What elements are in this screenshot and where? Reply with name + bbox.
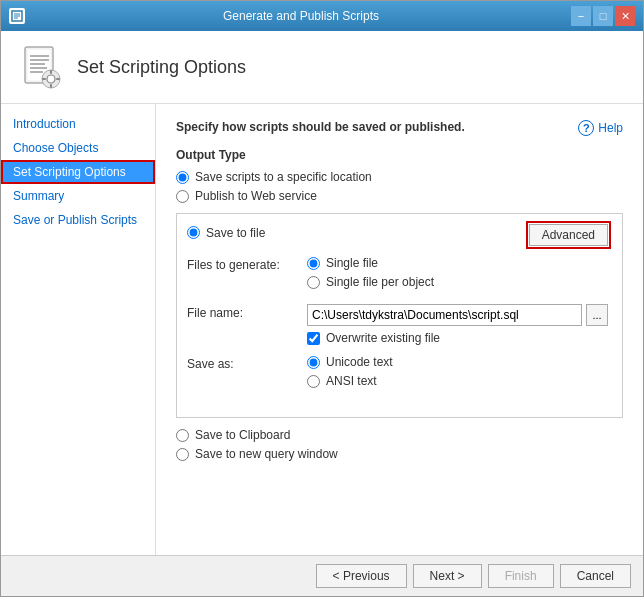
ansi-label[interactable]: ANSI text bbox=[326, 374, 377, 388]
file-input-row: ... bbox=[307, 304, 608, 326]
svg-rect-16 bbox=[56, 78, 60, 80]
title-bar-controls: − □ ✕ bbox=[571, 6, 635, 26]
overwrite-checkbox[interactable] bbox=[307, 332, 320, 345]
dialog-title: Set Scripting Options bbox=[77, 57, 246, 78]
save-to-file-row: Save to file bbox=[187, 226, 265, 240]
single-file-per-object-label[interactable]: Single file per object bbox=[326, 275, 434, 289]
file-name-content: ... Overwrite existing file bbox=[307, 304, 608, 345]
svg-point-12 bbox=[47, 75, 55, 83]
save-to-file-label[interactable]: Save to file bbox=[206, 226, 265, 240]
window-title: Generate and Publish Scripts bbox=[31, 9, 571, 23]
overwrite-row: Overwrite existing file bbox=[307, 331, 608, 345]
save-to-file-header: Save to file Advanced bbox=[187, 224, 608, 246]
unicode-row: Unicode text bbox=[307, 355, 608, 369]
single-file-label[interactable]: Single file bbox=[326, 256, 378, 270]
sidebar-item-set-scripting-options[interactable]: Set Scripting Options bbox=[1, 160, 155, 184]
ansi-row: ANSI text bbox=[307, 374, 608, 388]
title-bar: Generate and Publish Scripts − □ ✕ bbox=[1, 1, 643, 31]
files-to-generate-options: Single file Single file per object bbox=[307, 256, 608, 294]
save-as-label: Save as: bbox=[187, 355, 307, 371]
svg-rect-15 bbox=[42, 78, 46, 80]
cancel-button[interactable]: Cancel bbox=[560, 564, 631, 588]
dialog-footer: < Previous Next > Finish Cancel bbox=[1, 555, 643, 596]
file-name-row: File name: ... Overwrite existing file bbox=[187, 304, 608, 345]
sidebar-item-choose-objects[interactable]: Choose Objects bbox=[1, 136, 155, 160]
single-file-per-object-row: Single file per object bbox=[307, 275, 608, 289]
help-link[interactable]: ? Help bbox=[578, 120, 623, 136]
save-clipboard-radio[interactable] bbox=[176, 429, 189, 442]
publish-web-label[interactable]: Publish to Web service bbox=[195, 189, 317, 203]
save-clipboard-label[interactable]: Save to Clipboard bbox=[195, 428, 290, 442]
file-name-label: File name: bbox=[187, 304, 307, 320]
panel-instruction: Specify how scripts should be saved or p… bbox=[176, 120, 623, 134]
save-specific-row: Save scripts to a specific location bbox=[176, 170, 623, 184]
overwrite-label[interactable]: Overwrite existing file bbox=[326, 331, 440, 345]
files-to-generate-row: Files to generate: Single file Single fi… bbox=[187, 256, 608, 294]
file-name-input[interactable] bbox=[307, 304, 582, 326]
ansi-radio[interactable] bbox=[307, 375, 320, 388]
svg-rect-13 bbox=[50, 70, 52, 74]
sidebar: Introduction Choose Objects Set Scriptin… bbox=[1, 104, 156, 555]
unicode-label[interactable]: Unicode text bbox=[326, 355, 393, 369]
save-as-row: Save as: Unicode text ANSI text bbox=[187, 355, 608, 393]
output-type-label: Output Type bbox=[176, 148, 623, 162]
publish-web-row: Publish to Web service bbox=[176, 189, 623, 203]
save-to-file-section: Save to file Advanced Files to generate:… bbox=[176, 213, 623, 418]
sidebar-item-summary[interactable]: Summary bbox=[1, 184, 155, 208]
main-window: Generate and Publish Scripts − □ ✕ bbox=[0, 0, 644, 597]
close-button[interactable]: ✕ bbox=[615, 6, 635, 26]
header-icon bbox=[17, 43, 65, 91]
single-file-per-object-radio[interactable] bbox=[307, 276, 320, 289]
unicode-radio[interactable] bbox=[307, 356, 320, 369]
save-to-query-row: Save to new query window bbox=[176, 447, 623, 461]
output-type-group: Output Type Save scripts to a specific l… bbox=[176, 148, 623, 203]
help-icon: ? bbox=[578, 120, 594, 136]
main-area: Introduction Choose Objects Set Scriptin… bbox=[1, 104, 643, 555]
minimize-button[interactable]: − bbox=[571, 6, 591, 26]
svg-rect-14 bbox=[50, 84, 52, 88]
advanced-button[interactable]: Advanced bbox=[529, 224, 608, 246]
previous-button[interactable]: < Previous bbox=[316, 564, 407, 588]
sidebar-item-introduction[interactable]: Introduction bbox=[1, 112, 155, 136]
save-as-options: Unicode text ANSI text bbox=[307, 355, 608, 393]
sidebar-item-save-publish[interactable]: Save or Publish Scripts bbox=[1, 208, 155, 232]
finish-button[interactable]: Finish bbox=[488, 564, 554, 588]
save-query-label[interactable]: Save to new query window bbox=[195, 447, 338, 461]
publish-web-radio[interactable] bbox=[176, 190, 189, 203]
dialog-header: Set Scripting Options bbox=[1, 31, 643, 104]
save-to-clipboard-row: Save to Clipboard bbox=[176, 428, 623, 442]
single-file-radio[interactable] bbox=[307, 257, 320, 270]
next-button[interactable]: Next > bbox=[413, 564, 482, 588]
save-to-file-radio[interactable] bbox=[187, 226, 200, 239]
content-panel: ? Help Specify how scripts should be sav… bbox=[156, 104, 643, 555]
maximize-button[interactable]: □ bbox=[593, 6, 613, 26]
files-to-generate-label: Files to generate: bbox=[187, 256, 307, 272]
panel-top: ? Help Specify how scripts should be sav… bbox=[176, 120, 623, 461]
save-specific-radio[interactable] bbox=[176, 171, 189, 184]
window-content: Set Scripting Options Introduction Choos… bbox=[1, 31, 643, 596]
save-specific-label[interactable]: Save scripts to a specific location bbox=[195, 170, 372, 184]
save-query-radio[interactable] bbox=[176, 448, 189, 461]
app-icon bbox=[9, 8, 25, 24]
browse-button[interactable]: ... bbox=[586, 304, 608, 326]
single-file-row: Single file bbox=[307, 256, 608, 270]
